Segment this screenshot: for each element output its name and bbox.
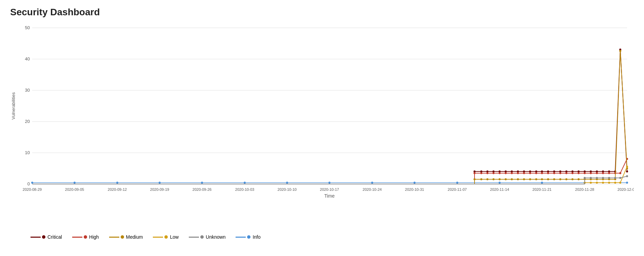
- dot-unknown: [619, 177, 621, 179]
- legend-item-unknown: Unknown: [189, 234, 225, 240]
- dot-medium: [559, 178, 561, 180]
- dot-high: [492, 172, 495, 174]
- dot-low: [608, 182, 610, 184]
- x-tick-9: 2020-10-31: [405, 187, 424, 191]
- dot-high: [596, 172, 598, 174]
- x-tick-0: 2020-08-29: [23, 187, 42, 191]
- legend-dot-info: [247, 235, 250, 239]
- legend-line-critical: [31, 237, 41, 238]
- x-tick-8: 2020-10-24: [363, 187, 382, 191]
- x-tick-7: 2020-10-17: [320, 187, 339, 191]
- dot-info-5: [244, 182, 246, 184]
- page: Security Dashboard 0 10 20 30 40 50 Vuln…: [0, 0, 644, 256]
- dot-unknown: [614, 177, 616, 179]
- dot-high: [547, 172, 549, 174]
- legend-label-medium: Medium: [126, 234, 143, 240]
- dot-unknown: [602, 177, 604, 179]
- dot-medium: [578, 178, 580, 180]
- dot-high: [571, 172, 573, 174]
- legend-item-high: High: [72, 234, 99, 240]
- dot-medium: [541, 178, 543, 180]
- dot-medium: [535, 178, 537, 180]
- x-tick-3: 2020-09-19: [150, 187, 169, 191]
- legend-item-critical: Critical: [31, 234, 62, 240]
- dot-low: [596, 182, 598, 184]
- dot-info-7: [328, 182, 330, 184]
- dot-low: [614, 182, 616, 184]
- dot-low: [619, 182, 621, 184]
- x-axis-label: Time: [324, 193, 335, 199]
- dot-high: [541, 172, 543, 174]
- line-low: [32, 167, 627, 184]
- legend-line-info: [236, 237, 246, 238]
- y-tick-0: 0: [27, 181, 30, 186]
- dot-high: [619, 172, 621, 174]
- dot-info-0: [31, 182, 33, 184]
- y-tick-40: 40: [25, 56, 30, 61]
- dot-high: [499, 172, 501, 174]
- legend-label-info: Info: [253, 234, 260, 240]
- dot-info-10: [456, 182, 458, 184]
- dot-high: [505, 172, 507, 174]
- dot-unknown: [590, 177, 592, 179]
- line-critical: [32, 50, 627, 184]
- dot-medium: [505, 178, 507, 180]
- dot-info-11: [499, 182, 501, 184]
- x-tick-10: 2020-11-07: [448, 187, 467, 191]
- legend-dot-critical: [42, 235, 45, 239]
- legend-dot-low: [164, 235, 168, 239]
- x-tick-6: 2020-10-10: [278, 187, 297, 191]
- dot-high-start: [474, 172, 476, 174]
- dot-unknown: [608, 177, 610, 179]
- dot-info-1: [74, 182, 76, 184]
- dot-medium: [529, 178, 531, 180]
- legend-label-low: Low: [170, 234, 179, 240]
- dot-high: [517, 172, 519, 174]
- dot-high: [602, 172, 604, 174]
- page-title: Security Dashboard: [10, 7, 634, 18]
- dot-info-2: [116, 182, 118, 184]
- dot-medium: [499, 178, 501, 180]
- dot-medium-start: [474, 178, 476, 180]
- dot-high: [486, 172, 488, 174]
- legend-line-low: [153, 237, 163, 238]
- dot-medium: [553, 178, 555, 180]
- line-chart: 0 10 20 30 40 50 Vulnerabilities 2020-08…: [10, 21, 634, 232]
- dot-info-8: [371, 182, 373, 184]
- dot-info-9: [414, 182, 416, 184]
- legend-dot-unknown: [200, 235, 204, 239]
- dot-low-end: [626, 166, 628, 168]
- x-tick-11: 2020-11-14: [490, 187, 509, 191]
- dot-medium: [492, 178, 495, 180]
- x-tick-12: 2020-11-21: [532, 187, 551, 191]
- dot-high: [523, 172, 525, 174]
- dot-high: [608, 172, 610, 174]
- x-tick-1: 2020-09-05: [65, 187, 84, 191]
- dot-high: [578, 172, 580, 174]
- dot-high: [480, 172, 482, 174]
- dot-medium: [547, 178, 549, 180]
- y-tick-10: 10: [25, 150, 30, 155]
- dot-low: [602, 182, 604, 184]
- legend-dot-high: [84, 235, 87, 239]
- x-tick-5: 2020-10-03: [235, 187, 254, 191]
- x-tick-14: 2020-12-05: [618, 187, 634, 191]
- dot-info-12: [541, 182, 543, 184]
- x-tick-2: 2020-09-12: [108, 187, 127, 191]
- dot-high: [590, 172, 592, 174]
- line-medium: [32, 51, 627, 184]
- y-tick-50: 50: [25, 25, 30, 30]
- dot-medium: [480, 178, 482, 180]
- y-tick-20: 20: [25, 119, 30, 124]
- dot-info-6: [286, 182, 288, 184]
- dot-info-4: [201, 182, 203, 184]
- dot-critical-end: [626, 170, 628, 172]
- legend-dot-medium: [121, 235, 124, 239]
- legend-line-high: [72, 237, 82, 238]
- chart-container: 0 10 20 30 40 50 Vulnerabilities 2020-08…: [10, 21, 634, 245]
- dot-info-3: [159, 182, 161, 184]
- dot-medium: [523, 178, 525, 180]
- dot-high: [535, 172, 537, 174]
- dot-high: [553, 172, 555, 174]
- dot-low: [590, 182, 592, 184]
